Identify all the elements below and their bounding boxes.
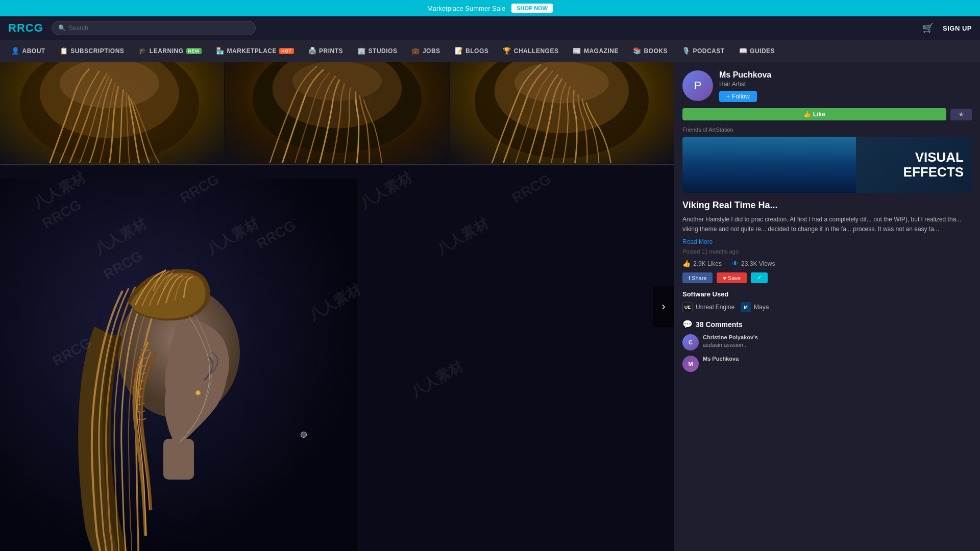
sidebar-item-books[interactable]: 📚 BOOKS	[626, 40, 675, 62]
main-image: 八人素材 RRCG 八人素材 RRCG 八人素材 RRCG 八人素材 RRCG …	[0, 165, 674, 551]
friends-button[interactable]: ★	[950, 109, 972, 120]
sidebar-item-about[interactable]: 👤 ABOUT	[4, 40, 53, 62]
comment-body-1: Ms Puchkova	[703, 356, 972, 372]
software-section: Software Used UE Unreal Engine M Maya	[682, 290, 972, 312]
svg-rect-11	[163, 439, 194, 480]
ue-logo: UE	[682, 302, 693, 312]
podcast-icon: 🎙️	[682, 47, 691, 55]
read-more-link[interactable]: Read More	[682, 238, 972, 245]
artist-title: Hair Artist	[719, 81, 972, 88]
comment-body-0: Christine Polyakov's asdasin asasion...	[703, 334, 972, 350]
ad-banner[interactable]: VISUAL EFFECTS	[682, 137, 972, 193]
post-description: Another Hairstyle I did to prac creation…	[682, 215, 972, 234]
blogs-icon: 📝	[455, 47, 463, 55]
svg-point-13	[197, 391, 200, 394]
magazine-icon: 📰	[573, 47, 581, 55]
views-icon: 👁	[732, 260, 739, 267]
comment-avatar-1: M	[682, 356, 699, 372]
sidebar-item-magazine[interactable]: 📰 MAGAZINE	[566, 40, 626, 62]
ad-line2: EFFECTS	[903, 165, 964, 180]
nav-label-prints: PRINTS	[319, 47, 343, 55]
save-button[interactable]: ♥ Save	[717, 272, 747, 283]
hair-thumbnail-1[interactable]	[0, 62, 224, 164]
search-bar[interactable]: 🔍 Search	[52, 21, 256, 35]
software-title: Software Used	[682, 290, 972, 298]
header: RRCG 🔍 Search 🛒 SIGN UP	[0, 16, 980, 40]
avatar-initial: P	[694, 79, 702, 92]
artist-name[interactable]: Ms Puchkova	[719, 70, 972, 80]
friends-icon: ★	[959, 111, 964, 118]
share-button[interactable]: f Share	[682, 272, 713, 283]
ad-line1: VISUAL	[903, 150, 964, 165]
prints-icon: 🖨️	[308, 47, 317, 55]
hair-thumbnail-2[interactable]	[225, 62, 449, 164]
nav-label-blogs: BLOGS	[465, 47, 488, 55]
comments-count: 38 Comments	[696, 320, 743, 329]
announcement-bar: Marketplace Summer Sale SHOP NOW	[0, 0, 980, 16]
header-right: 🛒 SIGN UP	[922, 22, 972, 34]
nav-label-jobs: JOBS	[423, 47, 440, 55]
sidebar-item-prints[interactable]: 🖨️ PRINTS	[301, 40, 351, 62]
announcement-text: Marketplace Summer Sale	[427, 5, 505, 12]
sign-up-button[interactable]: SIGN UP	[943, 24, 972, 32]
stats-row: 👍 2.9K Likes 👁 23.3K Views	[682, 260, 972, 267]
marketplace-icon: 🏪	[216, 47, 225, 55]
software-list: UE Unreal Engine M Maya	[682, 302, 972, 312]
nav-label-about: ABOUT	[22, 47, 45, 55]
svg-point-8	[514, 62, 609, 104]
software-item-maya: M Maya	[741, 302, 769, 312]
marketplace-badge: HOT	[279, 48, 294, 54]
main-content: 八人素材 RRCG 八人素材 RRCG 八人素材 RRCG 八人素材 RRCG …	[0, 62, 980, 551]
follow-label: Follow	[732, 93, 750, 100]
comment-author-1[interactable]: Ms Puchkova	[703, 356, 972, 362]
nav-label-subscriptions: SUBSCRIPTIONS	[70, 47, 124, 55]
sidebar-item-guides[interactable]: 📖 GUIDES	[732, 40, 782, 62]
sidebar-item-studios[interactable]: 🏢 STUDIOS	[350, 40, 404, 62]
search-icon: 🔍	[58, 24, 66, 32]
hair-thumbnail-3[interactable]	[450, 62, 674, 164]
guides-icon: 📖	[739, 47, 748, 55]
likes-count: 2.9K Likes	[693, 260, 722, 267]
shop-now-button[interactable]: SHOP NOW	[511, 4, 553, 13]
sidebar-item-jobs[interactable]: 💼 JOBS	[404, 40, 447, 62]
logo-text[interactable]: RRCG	[8, 21, 43, 34]
cursor	[301, 432, 307, 438]
software-name-ue: Unreal Engine	[696, 304, 734, 311]
comment-author-0[interactable]: Christine Polyakov's	[703, 334, 972, 340]
like-button[interactable]: 👍 Like	[682, 108, 946, 120]
sidebar-item-podcast[interactable]: 🎙️ PODCAST	[675, 40, 732, 62]
nav-label-books: BOOKS	[644, 47, 668, 55]
ue-logo-text: UE	[684, 305, 691, 310]
software-item-ue: UE Unreal Engine	[682, 302, 734, 312]
nav-label-learning: LEARNING	[150, 47, 184, 55]
sidebar-item-blogs[interactable]: 📝 BLOGS	[448, 40, 496, 62]
nav-label-podcast: PODCAST	[693, 47, 724, 55]
learning-badge: NEW	[186, 48, 202, 54]
logo: RRCG	[8, 21, 43, 35]
about-icon: 👤	[11, 47, 20, 55]
sidebar-item-challenges[interactable]: 🏆 CHALLENGES	[496, 40, 566, 62]
subscriptions-icon: 📋	[60, 47, 68, 55]
cart-icon[interactable]: 🛒	[922, 22, 934, 34]
sidebar-item-learning[interactable]: 🎓 LEARNING NEW	[131, 40, 209, 62]
search-placeholder: Search	[69, 24, 88, 32]
watermark-13: 八人素材	[407, 357, 467, 402]
next-image-button[interactable]: ›	[653, 286, 674, 327]
post-date: Posted 11 months ago	[682, 248, 972, 255]
artist-avatar[interactable]: P	[682, 70, 713, 101]
extra-action-button[interactable]: ✓	[751, 272, 768, 283]
comment-avatar-0: C	[682, 334, 699, 350]
top-strip	[0, 62, 674, 164]
follow-button[interactable]: + Follow	[719, 91, 757, 102]
comments-icon: 💬	[682, 319, 693, 329]
views-count: 23.3K Views	[741, 260, 775, 267]
sidebar-item-subscriptions[interactable]: 📋 SUBSCRIPTIONS	[53, 40, 132, 62]
sidebar-item-marketplace[interactable]: 🏪 MARKETPLACE HOT	[209, 40, 301, 62]
maya-logo: M	[741, 302, 751, 312]
comment-item-1: M Ms Puchkova	[682, 356, 972, 372]
ad-banner-text: VISUAL EFFECTS	[903, 150, 964, 179]
svg-point-5	[292, 62, 381, 101]
share-label: Share	[692, 275, 706, 281]
maya-logo-text: M	[744, 305, 748, 310]
sidebar: P Ms Puchkova Hair Artist + Follow 👍 Lik…	[674, 62, 980, 551]
